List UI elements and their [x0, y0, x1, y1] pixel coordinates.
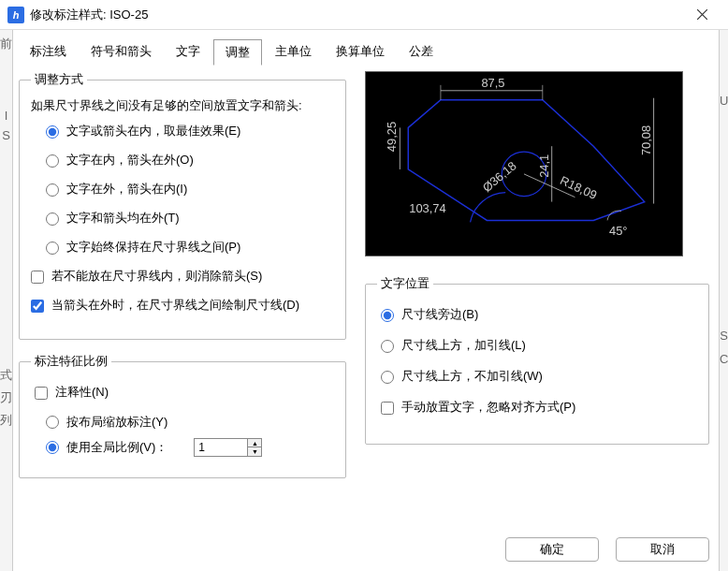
ok-button[interactable]: 确定: [505, 537, 599, 562]
scale-by-layout[interactable]: 按布局缩放标注(Y): [46, 414, 334, 431]
fit-method-group: 调整方式 如果尺寸界线之间没有足够的空间放置文字和箭头: 文字或箭头在内，取最佳…: [19, 71, 346, 340]
svg-text:24,1: 24,1: [537, 154, 551, 178]
textpos-above-noleader[interactable]: 尺寸线上方，不加引线(W): [381, 369, 697, 385]
annotative-check[interactable]: 注释性(N): [35, 385, 334, 401]
text-position-legend: 文字位置: [377, 275, 433, 292]
textpos-beside-radio[interactable]: [381, 309, 394, 322]
fit-option-best[interactable]: 文字或箭头在内，取最佳效果(E): [46, 124, 334, 139]
scale-global-row: 使用全局比例(V)： ▲ ▼: [46, 438, 334, 457]
textpos-above-leader[interactable]: 尺寸线上方，加引线(L): [381, 338, 697, 354]
scale-by-layout-label: 按布局缩放标注(Y): [66, 414, 167, 431]
svg-text:Ø36,18: Ø36,18: [480, 158, 519, 195]
textpos-manual-check[interactable]: 手动放置文字，忽略对齐方式(P): [381, 400, 697, 416]
fit-option-both-out[interactable]: 文字和箭头均在外(T): [46, 211, 334, 227]
textpos-beside[interactable]: 尺寸线旁边(B): [381, 307, 697, 323]
textpos-manual-checkbox[interactable]: [381, 402, 394, 415]
global-scale-input[interactable]: [195, 439, 247, 456]
fit-option-text-out-radio[interactable]: [46, 183, 59, 197]
close-button[interactable]: [683, 0, 721, 30]
window-title: 修改标注样式: ISO-25: [30, 7, 683, 23]
tab-strip: 标注线 符号和箭头 文字 调整 主单位 换算单位 公差: [0, 30, 728, 66]
svg-text:87,5: 87,5: [481, 76, 504, 90]
tab-symbols-arrows[interactable]: 符号和箭头: [80, 39, 163, 66]
tab-fit[interactable]: 调整: [213, 39, 262, 66]
scale-group: 标注特征比例 注释性(N) 按布局缩放标注(Y) 使用全局比例(V)： ▲ ▼: [19, 353, 346, 478]
fit-option-arrows-out-radio[interactable]: [46, 154, 59, 168]
cancel-button[interactable]: 取消: [616, 537, 709, 562]
fit-option-always-inside[interactable]: 文字始终保持在尺寸界线之间(P): [46, 240, 334, 256]
suppress-arrows-label: 若不能放在尺寸界线内，则消除箭头(S): [51, 269, 262, 285]
app-icon: h: [7, 7, 24, 23]
textpos-above-leader-label: 尺寸线上方，加引线(L): [401, 338, 526, 354]
background-left-edge: 前 I S 式 刃 列: [0, 30, 13, 571]
textpos-manual-label: 手动放置文字，忽略对齐方式(P): [401, 400, 575, 416]
tab-text[interactable]: 文字: [165, 39, 211, 66]
svg-text:49,25: 49,25: [385, 122, 399, 152]
textpos-above-noleader-radio[interactable]: [381, 371, 394, 384]
fit-option-text-out[interactable]: 文字在外，箭头在内(I): [46, 182, 334, 198]
svg-text:45°: 45°: [609, 224, 627, 238]
svg-text:70,08: 70,08: [639, 125, 653, 155]
fit-option-both-out-label: 文字和箭头均在外(T): [66, 211, 180, 227]
fit-option-always-inside-label: 文字始终保持在尺寸界线之间(P): [66, 240, 240, 256]
svg-text:103,74: 103,74: [409, 201, 445, 215]
suppress-arrows-check[interactable]: 若不能放在尺寸界线内，则消除箭头(S): [31, 269, 334, 285]
svg-text:R18,09: R18,09: [558, 173, 599, 202]
tab-alt-units[interactable]: 换算单位: [325, 39, 396, 66]
titlebar: h 修改标注样式: ISO-25: [0, 0, 728, 30]
scale-global-label[interactable]: 使用全局比例(V)：: [66, 439, 167, 456]
spinner-up-icon[interactable]: ▲: [248, 439, 261, 447]
background-right-edge: U S C: [719, 30, 728, 571]
annotative-label: 注释性(N): [55, 385, 109, 401]
close-icon: [697, 9, 707, 20]
fit-option-best-label: 文字或箭头在内，取最佳效果(E): [66, 124, 240, 139]
tab-tolerance[interactable]: 公差: [398, 39, 444, 66]
scale-legend: 标注特征比例: [31, 353, 111, 370]
tab-primary-units[interactable]: 主单位: [264, 39, 323, 66]
annotative-checkbox[interactable]: [35, 387, 48, 400]
draw-dimline-checkbox[interactable]: [31, 300, 44, 313]
fit-option-best-radio[interactable]: [46, 125, 59, 139]
fit-method-legend: 调整方式: [31, 71, 87, 88]
draw-dimline-label: 当箭头在外时，在尺寸界线之间绘制尺寸线(D): [51, 298, 299, 314]
textpos-above-leader-radio[interactable]: [381, 340, 394, 353]
tab-dimline[interactable]: 标注线: [19, 39, 78, 66]
fit-option-arrows-out[interactable]: 文字在内，箭头在外(O): [46, 153, 334, 168]
fit-option-text-out-label: 文字在外，箭头在内(I): [66, 182, 187, 198]
fit-method-intro: 如果尺寸界线之间没有足够的空间放置文字和箭头:: [31, 97, 334, 114]
global-scale-spinner[interactable]: ▲ ▼: [194, 438, 262, 457]
scale-by-layout-radio[interactable]: [46, 416, 59, 429]
spinner-down-icon[interactable]: ▼: [248, 447, 261, 456]
textpos-beside-label: 尺寸线旁边(B): [401, 307, 478, 323]
suppress-arrows-checkbox[interactable]: [31, 271, 44, 284]
scale-global-radio[interactable]: [46, 441, 59, 454]
fit-option-always-inside-radio[interactable]: [46, 242, 59, 255]
dialog-buttons: 确定 取消: [505, 537, 709, 562]
dimension-preview: 87,5 49,25 24,1 70,08 103,74 R18,09 Ø36,…: [365, 71, 683, 256]
textpos-above-noleader-label: 尺寸线上方，不加引线(W): [401, 369, 543, 385]
fit-option-arrows-out-label: 文字在内，箭头在外(O): [66, 153, 194, 168]
draw-dimline-check[interactable]: 当箭头在外时，在尺寸界线之间绘制尺寸线(D): [31, 298, 334, 314]
text-position-group: 文字位置 尺寸线旁边(B) 尺寸线上方，加引线(L) 尺寸线上方，不加引线(W)…: [365, 275, 709, 445]
fit-option-both-out-radio[interactable]: [46, 212, 59, 226]
